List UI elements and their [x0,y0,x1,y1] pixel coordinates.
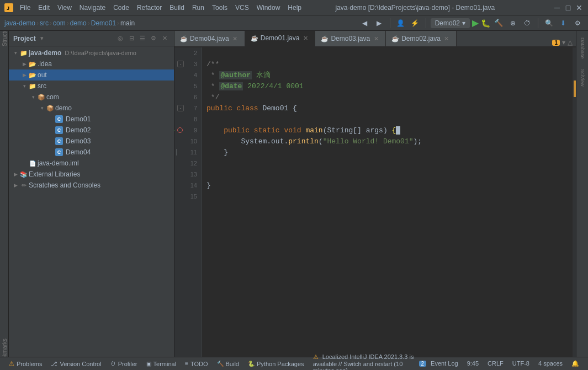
menu-tools[interactable]: Tools [209,3,231,13]
tree-item-demo02[interactable]: C Demo02 [9,125,174,136]
fold-btn-7[interactable]: - [177,105,184,111]
database-panel-toggle[interactable]: Database [577,33,588,63]
tree-item-iml[interactable]: 📄 java-demo.iml [9,158,174,169]
collapse-all-button[interactable]: ⊟ [126,34,136,44]
breadcrumb-class[interactable]: Demo01 [91,19,116,27]
code-area[interactable]: /** * @author 水滴 * @date 2022/4/1 0001 *… [202,47,573,357]
tab-demo03[interactable]: ☕ Demo03.java ✕ [315,31,386,46]
panel-gear-button[interactable]: ⚙ [149,34,158,44]
tree-item-external-libs[interactable]: ▶ 📚 External Libraries [9,169,174,180]
vcs-label: Version Control [60,361,101,367]
menu-window[interactable]: Window [253,3,284,13]
tab-close-demo03[interactable]: ✕ [372,35,380,42]
run-config-selector[interactable]: Demo02 ▾ [431,18,470,28]
structure-panel-toggle[interactable]: Structure [1,31,8,40]
menu-view[interactable]: View [54,3,75,13]
code-line-2 [206,47,568,58]
tree-item-demo[interactable]: ▾ 📦 demo [9,103,174,114]
sciview-panel-toggle[interactable]: SciView [577,65,588,91]
breadcrumb-com[interactable]: com [53,19,66,27]
tree-arrow-demo04 [47,149,54,155]
locate-in-tree-button[interactable]: ◎ [115,34,125,44]
tree-item-out[interactable]: ▶ 📂 out [9,69,174,81]
line-ending-selector[interactable]: CRLF [483,360,508,367]
status-todo[interactable]: ≡ TODO [181,357,212,370]
menu-navigate[interactable]: Navigate [76,3,109,13]
profiler-button[interactable]: ⏱ [521,17,533,29]
status-python-packages[interactable]: 🐍 Python Packages [243,357,309,370]
code-line-6: */ [206,92,568,103]
minimize-button[interactable]: ─ [553,3,561,12]
breadcrumb[interactable]: java-demo › src › com › demo › Demo01 › … [4,19,135,27]
menu-refactor[interactable]: Refactor [134,3,165,13]
tab-close-demo02[interactable]: ✕ [443,35,451,42]
status-terminal[interactable]: ▣ Terminal [142,357,181,370]
menu-help[interactable]: Help [284,3,305,13]
window-controls[interactable]: ─ □ ✕ [553,3,584,12]
tab-demo01[interactable]: ☕ Demo01.java ✕ [245,31,316,46]
tree-item-com[interactable]: ▾ 📦 com [9,92,174,103]
tree-item-idea[interactable]: ▶ 📂 .idea [9,58,174,69]
tree-item-demo01[interactable]: C Demo01 [9,114,174,125]
gutter-line-15: 15 [186,191,197,202]
status-version-control[interactable]: ⎇ Version Control [46,357,105,370]
event-log-button[interactable]: 2 Event Log [415,360,463,367]
status-build[interactable]: 🔨 Build [213,357,243,370]
maximize-button[interactable]: □ [564,3,573,12]
tree-label-demo03: Demo03 [66,137,91,145]
run-arrow-9[interactable]: ▶ [174,127,175,134]
vcs-icon: ⎇ [51,361,57,367]
ext-libs-icon: 📚 [20,170,28,178]
panel-menu-button[interactable]: ☰ [137,34,147,44]
open-brace: { [392,126,396,135]
run-button[interactable]: ▶ [472,18,479,28]
encoding-selector[interactable]: UTF-8 [508,360,534,367]
bookmark-9 [177,127,183,133]
menu-edit[interactable]: Edit [35,3,53,13]
warning-icon: ⚠ [313,353,319,360]
nav-back-button[interactable]: ◀ [359,17,371,29]
tab-close-demo04[interactable]: ✕ [231,35,239,42]
debug-button[interactable]: 🐛 [481,19,490,28]
breadcrumb-src[interactable]: src [40,19,49,27]
tree-arrow-demo02 [47,127,54,133]
status-problems[interactable]: ⚠ Problems [4,357,46,370]
nav-forward-button[interactable]: ▶ [373,17,385,29]
menu-build[interactable]: Build [166,3,188,13]
breadcrumb-project[interactable]: java-demo [4,19,35,27]
notification-bell[interactable]: 🔔 [567,360,584,367]
menu-run[interactable]: Run [189,3,208,13]
menu-file[interactable]: File [17,3,34,13]
build-button[interactable]: 🔨 [492,17,505,29]
search-button[interactable]: 🔍 [543,17,555,29]
svg-text:J: J [7,6,9,11]
encoding-text: UTF-8 [512,360,529,367]
fold-btn-3[interactable]: - [177,61,184,67]
tree-item-demo04[interactable]: C Demo04 [9,147,174,158]
annotation-author: @author [219,71,252,79]
tree-item-src[interactable]: ▾ 📁 src [9,81,174,92]
tab-close-demo01[interactable]: ✕ [301,34,309,42]
tree-item-java-demo[interactable]: ▾ 📁 java-demo D:\IdeaProjects\java-demo [9,47,174,58]
tab-demo02[interactable]: ☕ Demo02.java ✕ [386,31,457,46]
update-button[interactable]: ⬇ [557,17,569,29]
menu-vcs[interactable]: VCS [232,3,252,13]
tree-item-scratches[interactable]: ▶ ✏ Scratches and Consoles [9,180,174,191]
settings-button[interactable]: ⚙ [571,17,584,29]
bookmarks-panel-toggle[interactable]: Bookmarks [1,348,8,357]
indent-text: 4 spaces [538,360,563,367]
vcs-icon[interactable]: ⚡ [409,17,421,29]
menu-bar[interactable]: File Edit View Navigate Code Refactor Bu… [17,3,305,13]
terminal-icon: ▣ [146,361,151,367]
menu-code[interactable]: Code [110,3,133,13]
close-button[interactable]: ✕ [575,3,584,12]
project-panel-dropdown[interactable]: ▾ [40,35,44,42]
indent-selector[interactable]: 4 spaces [534,360,567,367]
user-icon[interactable]: 👤 [395,17,407,29]
tab-demo04[interactable]: ☕ Demo04.java ✕ [174,31,245,46]
status-profiler[interactable]: ⏱ Profiler [106,357,142,370]
coverage-button[interactable]: ⊕ [507,17,519,29]
breadcrumb-demo[interactable]: demo [70,19,87,27]
tree-item-demo03[interactable]: C Demo03 [9,136,174,147]
panel-close-button[interactable]: ✕ [160,34,169,44]
